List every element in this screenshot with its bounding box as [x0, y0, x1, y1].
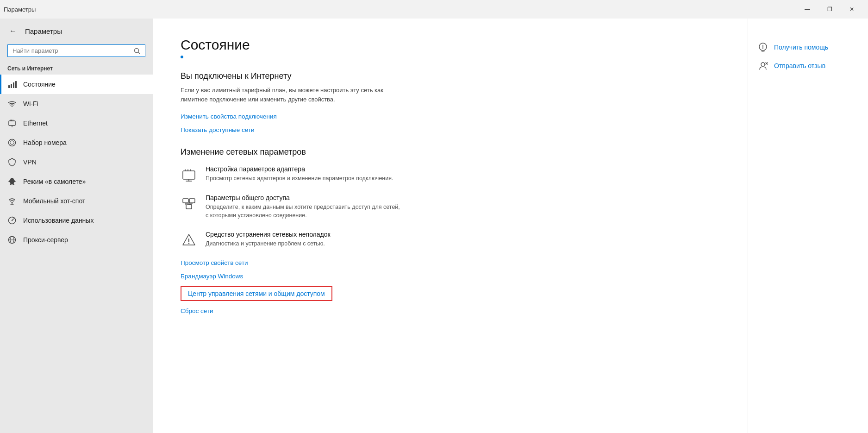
feedback-icon: [757, 60, 768, 71]
sidebar-item-label-hotspot: Мобильный хот-спот: [23, 197, 85, 205]
adapter-title: Настройка параметров адаптера: [206, 165, 393, 173]
maximize-button[interactable]: ❐: [819, 2, 840, 17]
sidebar-section-title: Сеть и Интернет: [0, 63, 153, 75]
link-change-props[interactable]: Изменить свойства подключения: [181, 113, 720, 120]
svg-rect-3: [11, 84, 12, 88]
app-body: ← Параметры Сеть и Интернет: [0, 19, 868, 433]
sidebar-item-label-data: Использование данных: [23, 217, 94, 224]
search-input[interactable]: [12, 47, 130, 54]
page-title: Состояние: [181, 37, 720, 53]
back-button[interactable]: ←: [7, 25, 19, 37]
close-button[interactable]: ✕: [841, 2, 862, 17]
help-panel: Получить помощь Отправить отзыв: [748, 19, 868, 433]
sidebar-item-airplane[interactable]: Режим «в самолете»: [0, 172, 153, 191]
sidebar-item-proxy[interactable]: Прокси-сервер: [0, 230, 153, 250]
ethernet-icon: [7, 119, 17, 128]
connected-desc: Если у вас лимитный тарифный план, вы мо…: [181, 86, 384, 104]
sharing-desc: Определите, к каким данным вы хотите пре…: [206, 203, 400, 220]
status-dot: [181, 56, 183, 58]
svg-point-41: [762, 48, 763, 49]
link-reset[interactable]: Сброс сети: [181, 307, 720, 314]
svg-rect-4: [13, 82, 14, 88]
svg-rect-28: [183, 199, 188, 203]
svg-point-42: [761, 63, 765, 66]
minimize-button[interactable]: —: [797, 2, 818, 17]
sidebar-item-status[interactable]: Состояние: [0, 75, 153, 94]
dialup-icon: [7, 138, 17, 147]
title-bar-title: Параметры: [4, 6, 36, 13]
sidebar-item-label-status: Состояние: [23, 81, 56, 88]
sidebar-item-label-ethernet: Ethernet: [23, 119, 48, 127]
svg-line-1: [138, 52, 140, 54]
svg-rect-2: [8, 85, 10, 88]
link-firewall[interactable]: Брандмауэр Windows: [181, 273, 720, 280]
sidebar-item-label-airplane: Режим «в самолете»: [23, 178, 86, 185]
title-bar-controls: — ❐ ✕: [797, 2, 862, 17]
sidebar-item-wifi[interactable]: Wi-Fi: [0, 94, 153, 113]
help-item-get-help[interactable]: Получить помощь: [757, 42, 859, 53]
status-icon: [7, 80, 17, 89]
data-usage-icon: [7, 216, 17, 225]
search-box[interactable]: [7, 44, 145, 57]
sidebar-app-title: Параметры: [25, 27, 62, 35]
svg-rect-5: [15, 81, 17, 88]
sidebar-item-label-vpn: VPN: [23, 158, 37, 166]
svg-point-18: [12, 220, 12, 221]
sidebar-item-label-dialup: Набор номера: [23, 139, 67, 146]
adapter-icon: [181, 166, 197, 183]
sidebar: ← Параметры Сеть и Интернет: [0, 19, 153, 433]
help-bubble-icon: [757, 42, 768, 53]
sidebar-item-hotspot[interactable]: Мобильный хот-спот: [0, 191, 153, 211]
link-network-center[interactable]: Центр управления сетями и общим доступом: [181, 286, 332, 301]
troubleshoot-icon: [181, 232, 197, 248]
troubleshoot-title: Средство устранения сетевых неполадок: [206, 231, 331, 238]
troubleshoot-desc: Диагностика и устранение проблем с сетью…: [206, 240, 331, 248]
sidebar-item-dialup[interactable]: Набор номера: [0, 133, 153, 152]
sharing-title: Параметры общего доступа: [206, 194, 400, 201]
sidebar-item-label-proxy: Прокси-сервер: [23, 236, 68, 244]
sharing-icon: [181, 195, 197, 212]
sidebar-item-ethernet[interactable]: Ethernet: [0, 113, 153, 133]
svg-point-38: [188, 243, 189, 244]
get-help-label: Получить помощь: [774, 44, 828, 51]
svg-rect-7: [9, 121, 15, 126]
link-show-networks[interactable]: Показать доступные сети: [181, 126, 720, 133]
section-change-settings: Изменение сетевых параметров: [181, 147, 720, 157]
main-content: Состояние Вы подключены к Интернету Если…: [153, 19, 748, 433]
svg-point-12: [9, 139, 16, 146]
settings-item-troubleshoot: Средство устранения сетевых неполадок Ди…: [181, 231, 720, 248]
link-section: Просмотр свойств сети Брандмауэр Windows…: [181, 259, 720, 314]
proxy-icon: [7, 235, 17, 245]
hotspot-icon: [7, 196, 17, 206]
sidebar-header: ← Параметры: [0, 19, 153, 41]
feedback-label: Отправить отзыв: [774, 62, 825, 69]
svg-rect-22: [183, 171, 195, 179]
settings-item-sharing: Параметры общего доступа Определите, к к…: [181, 194, 720, 220]
sidebar-item-data[interactable]: Использование данных: [0, 211, 153, 230]
sidebar-item-vpn[interactable]: VPN: [0, 152, 153, 172]
vpn-icon: [7, 157, 17, 167]
link-view-props[interactable]: Просмотр свойств сети: [181, 259, 720, 266]
search-icon: [134, 48, 140, 54]
title-bar: Параметры — ❐ ✕: [0, 0, 868, 19]
connected-title: Вы подключены к Интернету: [181, 71, 720, 81]
svg-rect-30: [186, 205, 192, 209]
airplane-icon: [7, 177, 17, 186]
sidebar-item-label-wifi: Wi-Fi: [23, 100, 38, 107]
svg-point-6: [12, 106, 12, 107]
settings-item-adapter: Настройка параметров адаптера Просмотр с…: [181, 165, 720, 183]
adapter-desc: Просмотр сетевых адаптеров и изменение п…: [206, 175, 393, 183]
svg-rect-29: [189, 199, 195, 203]
help-item-feedback[interactable]: Отправить отзыв: [757, 60, 859, 71]
wifi-icon: [7, 99, 17, 108]
